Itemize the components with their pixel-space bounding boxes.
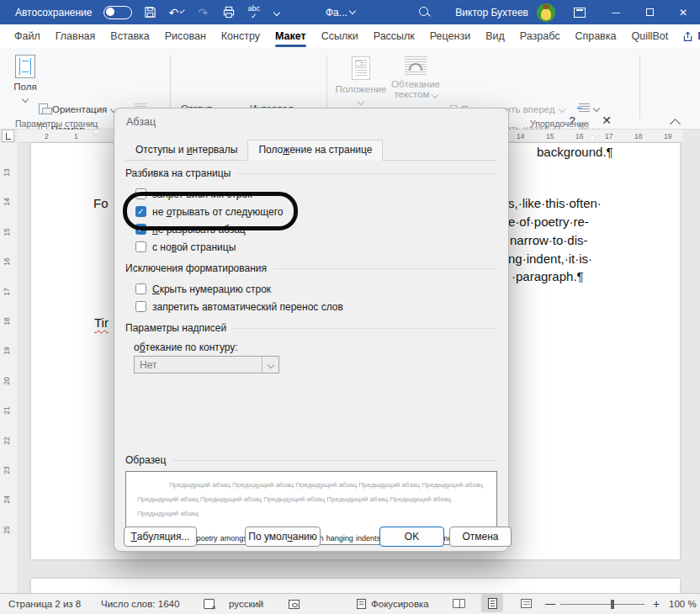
ok-button[interactable]: OK (379, 527, 444, 547)
search-icon[interactable] (418, 6, 432, 19)
title-bar: Автосохранение ↶ ↷ abc ✓ Фа... (0, 0, 700, 24)
first-line-indent-marker[interactable] (93, 130, 99, 135)
dialog-tab-indents[interactable]: Отступы и интервалы (125, 140, 247, 160)
zoom-slider[interactable] (560, 594, 644, 614)
margins-icon (15, 55, 35, 78)
checkbox-unchecked[interactable] (135, 241, 146, 252)
highlight-annotation (123, 192, 298, 230)
zoom-in-button[interactable]: + (653, 594, 660, 614)
dialog-help-button[interactable]: ? (563, 114, 581, 127)
document-next-page[interactable] (31, 579, 680, 593)
spellcheck-icon[interactable]: abc ✓ (247, 5, 260, 20)
ruler-number: 2 (45, 132, 49, 140)
focus-mode-button[interactable]: Фокусировка (357, 594, 429, 614)
customize-quick-access-icon[interactable] (273, 8, 280, 15)
language-indicator[interactable]: русский (229, 594, 263, 614)
checkbox-label: запретить автоматический перенос слов (152, 301, 343, 313)
print-layout-button[interactable] (481, 594, 503, 612)
ruler-number: 18 (3, 315, 11, 328)
document-text-fragment: ·paragraph.¶ (512, 269, 584, 283)
ruler-number: 14 (517, 132, 524, 140)
checkbox-unchecked[interactable] (135, 283, 146, 294)
orientation-button[interactable]: Ориентация (39, 103, 116, 114)
dialog-tab-line-page-breaks[interactable]: Положение на странице (247, 140, 383, 161)
margins-button[interactable]: Поля (8, 55, 42, 103)
ruler-number: 25 (3, 523, 11, 537)
group-title: Исключения форматирования (125, 262, 267, 274)
read-mode-button[interactable] (448, 594, 469, 612)
autosave-label: Автосохранение (15, 7, 92, 19)
hanging-indent-marker[interactable] (589, 135, 596, 140)
print-icon[interactable] (222, 6, 236, 19)
autosave-toggle[interactable] (103, 6, 132, 19)
ruler-number: 24 (3, 493, 11, 506)
ribbon-tab-констру[interactable]: Констру (214, 24, 268, 48)
dialog-close-button[interactable]: ✕ (596, 114, 618, 127)
vertical-ruler[interactable]: 13141516171819202122232425 (0, 143, 17, 593)
align-button[interactable]: ← (579, 103, 599, 113)
wrap-dropdown-label: обтекание по контуру: (134, 341, 497, 353)
ribbon-tab-ссылки[interactable]: Ссылки (314, 24, 366, 48)
tabs-button[interactable]: Табуляция... (124, 527, 197, 547)
wrap-dropdown-value: Нет (140, 359, 156, 371)
checkbox-row[interactable]: Скрыть нумерацию строк (125, 280, 497, 298)
ribbon-tab-вставка[interactable]: Вставка (103, 24, 156, 48)
set-default-button[interactable]: По умолчанию (245, 527, 321, 547)
ribbon-tab-файл[interactable]: Файл (7, 24, 48, 48)
read-mode-icon (453, 599, 465, 608)
align-icon: ← (579, 103, 590, 113)
user-name[interactable]: Виктор Бухтеев (455, 7, 528, 19)
undo-icon[interactable]: ↶ (168, 5, 183, 20)
ruler-number: 17 (3, 285, 11, 299)
ruler-number: 19 (664, 132, 671, 140)
document-text-fragment: Tir (94, 315, 109, 330)
ribbon-tab-макет[interactable]: Макет (268, 24, 314, 48)
proofing-errors-icon[interactable] (204, 594, 215, 614)
ribbon-tab-рецензи[interactable]: Рецензи (422, 24, 478, 48)
page-indicator[interactable]: Страница 2 из 8 (8, 594, 81, 614)
ruler-number: 21 (3, 404, 11, 417)
doc-title-dropdown-icon (349, 8, 356, 14)
maximize-button[interactable] (633, 0, 666, 24)
word-count[interactable]: Число слов: 1640 (101, 594, 179, 614)
share-button[interactable]: Поделиться (676, 28, 700, 45)
document-text-fragment: Fo (93, 196, 109, 210)
ribbon-tab-quillbot[interactable]: QuillBot (623, 24, 676, 48)
ruler-number: 17 (605, 132, 612, 140)
zoom-level[interactable]: 100 % (669, 594, 697, 614)
tab-stop-selector[interactable] (2, 130, 14, 142)
ribbon-tab-рисован[interactable]: Рисован (157, 24, 214, 48)
toggle-knob (106, 8, 114, 16)
save-icon[interactable] (144, 6, 156, 19)
ribbon-tab-разрабс[interactable]: Разрабс (512, 24, 568, 48)
ruler-number: 13 (3, 166, 11, 179)
avatar[interactable] (537, 3, 555, 22)
ribbon-tab-рассылк[interactable]: Рассылк (366, 24, 422, 48)
ruler-number: 23 (3, 463, 11, 477)
chevron-down-icon (262, 357, 278, 373)
document-title[interactable]: Фа... (326, 7, 355, 19)
macro-icon[interactable] (289, 594, 300, 614)
orientation-icon (39, 103, 48, 114)
zoom-slider-thumb[interactable] (611, 600, 614, 609)
undo-dropdown-icon[interactable] (180, 8, 186, 14)
cancel-button[interactable]: Отмена (449, 527, 512, 547)
ruler-number: 22 (3, 434, 11, 447)
document-text-fragment: s,·like·this·often· (508, 196, 602, 210)
ruler-number: 14 (3, 195, 11, 209)
web-layout-button[interactable] (515, 594, 537, 612)
checkbox-row[interactable]: с новой страницы (125, 238, 497, 256)
ribbon-tab-справка[interactable]: Справка (567, 24, 623, 48)
wrap-text-button: Обтекание текстом (389, 56, 443, 99)
ribbon-tab-главная[interactable]: Главная (48, 24, 103, 48)
checkbox-row[interactable]: запретить автоматический перенос слов (125, 298, 497, 315)
close-button[interactable]: ✕ (666, 0, 700, 24)
ribbon-display-options-icon[interactable] (574, 8, 586, 18)
zoom-out-button[interactable]: — (545, 594, 555, 614)
minimize-button[interactable]: — (599, 0, 633, 24)
ribbon-tab-вид[interactable]: Вид (478, 24, 512, 48)
preview-title: Образец (125, 454, 166, 466)
ribbon-tab-row: ФайлГлавнаяВставкаРисованКонструМакетСсы… (0, 24, 700, 48)
checkbox-unchecked[interactable] (135, 301, 146, 312)
paragraph-dialog: Абзац ? ✕ Отступы и интервалы Положение … (114, 108, 509, 552)
